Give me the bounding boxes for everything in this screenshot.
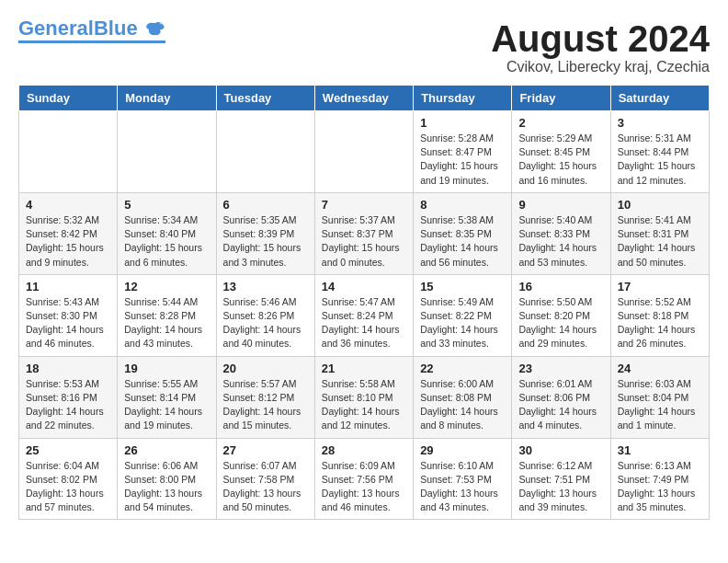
day-info: Sunrise: 5:35 AM Sunset: 8:39 PM Dayligh… [223, 213, 308, 270]
calendar-cell: 6Sunrise: 5:35 AM Sunset: 8:39 PM Daylig… [216, 192, 314, 274]
day-number: 22 [420, 362, 505, 375]
logo-general: General [18, 17, 94, 40]
day-header-tuesday: Tuesday [216, 86, 314, 111]
day-info: Sunrise: 5:43 AM Sunset: 8:30 PM Dayligh… [26, 295, 110, 351]
day-number: 1 [420, 116, 505, 130]
calendar-cell: 9Sunrise: 5:40 AM Sunset: 8:33 PM Daylig… [512, 192, 610, 274]
header-row: SundayMondayTuesdayWednesdayThursdayFrid… [19, 86, 710, 111]
week-row-4: 18Sunrise: 5:53 AM Sunset: 8:16 PM Dayli… [19, 356, 710, 438]
day-info: Sunrise: 5:50 AM Sunset: 8:20 PM Dayligh… [518, 295, 603, 351]
week-row-1: 1Sunrise: 5:28 AM Sunset: 8:47 PM Daylig… [19, 111, 710, 193]
calendar-cell: 10Sunrise: 5:41 AM Sunset: 8:31 PM Dayli… [610, 192, 709, 274]
day-info: Sunrise: 6:03 AM Sunset: 8:04 PM Dayligh… [618, 377, 702, 433]
day-header-thursday: Thursday [414, 86, 512, 111]
day-info: Sunrise: 6:13 AM Sunset: 7:49 PM Dayligh… [618, 459, 702, 515]
day-number: 13 [223, 280, 308, 293]
title-block: August 2024 Cvikov, Liberecky kraj, Czec… [491, 18, 710, 75]
calendar-cell [19, 111, 118, 193]
week-row-3: 11Sunrise: 5:43 AM Sunset: 8:30 PM Dayli… [19, 274, 710, 356]
calendar-cell: 30Sunrise: 6:12 AM Sunset: 7:51 PM Dayli… [512, 438, 610, 520]
day-number: 21 [322, 362, 406, 375]
day-info: Sunrise: 5:28 AM Sunset: 8:47 PM Dayligh… [420, 132, 505, 188]
calendar-cell: 13Sunrise: 5:46 AM Sunset: 8:26 PM Dayli… [216, 274, 314, 356]
calendar-cell: 19Sunrise: 5:55 AM Sunset: 8:14 PM Dayli… [118, 356, 216, 438]
day-number: 17 [618, 280, 702, 293]
calendar-cell: 27Sunrise: 6:07 AM Sunset: 7:58 PM Dayli… [216, 438, 314, 520]
day-number: 4 [26, 198, 110, 212]
day-number: 6 [223, 198, 308, 212]
day-number: 23 [518, 362, 603, 375]
calendar-cell: 5Sunrise: 5:34 AM Sunset: 8:40 PM Daylig… [118, 192, 216, 274]
logo-bird-icon [145, 21, 165, 38]
month-title: August 2024 [491, 18, 710, 59]
day-number: 11 [26, 280, 110, 293]
calendar-cell: 2Sunrise: 5:29 AM Sunset: 8:45 PM Daylig… [512, 111, 610, 193]
day-info: Sunrise: 6:07 AM Sunset: 7:58 PM Dayligh… [223, 459, 308, 515]
logo-underline [18, 40, 165, 43]
calendar-cell: 15Sunrise: 5:49 AM Sunset: 8:22 PM Dayli… [414, 274, 512, 356]
day-header-monday: Monday [118, 86, 216, 111]
calendar-cell: 22Sunrise: 6:00 AM Sunset: 8:08 PM Dayli… [414, 356, 512, 438]
day-info: Sunrise: 6:04 AM Sunset: 8:02 PM Dayligh… [26, 459, 110, 515]
page-header: GeneralBlue August 2024 Cvikov, Libereck… [18, 18, 710, 75]
calendar-cell: 4Sunrise: 5:32 AM Sunset: 8:42 PM Daylig… [19, 192, 118, 274]
calendar-cell: 7Sunrise: 5:37 AM Sunset: 8:37 PM Daylig… [314, 192, 413, 274]
logo: GeneralBlue [18, 18, 165, 43]
day-number: 12 [124, 280, 209, 293]
calendar-cell [314, 111, 413, 193]
calendar-cell: 26Sunrise: 6:06 AM Sunset: 8:00 PM Dayli… [118, 438, 216, 520]
calendar-cell: 18Sunrise: 5:53 AM Sunset: 8:16 PM Dayli… [19, 356, 118, 438]
day-number: 25 [26, 443, 110, 457]
day-info: Sunrise: 6:10 AM Sunset: 7:53 PM Dayligh… [420, 459, 505, 515]
day-info: Sunrise: 5:46 AM Sunset: 8:26 PM Dayligh… [223, 295, 308, 351]
day-info: Sunrise: 5:55 AM Sunset: 8:14 PM Dayligh… [124, 377, 209, 433]
day-number: 28 [322, 443, 406, 457]
day-number: 30 [518, 443, 603, 457]
calendar-cell [216, 111, 314, 193]
day-info: Sunrise: 6:01 AM Sunset: 8:06 PM Dayligh… [518, 377, 603, 433]
calendar-cell: 21Sunrise: 5:58 AM Sunset: 8:10 PM Dayli… [314, 356, 413, 438]
day-header-saturday: Saturday [610, 86, 709, 111]
calendar-table: SundayMondayTuesdayWednesdayThursdayFrid… [18, 85, 710, 520]
day-number: 14 [322, 280, 406, 293]
day-number: 27 [223, 443, 308, 457]
day-info: Sunrise: 5:37 AM Sunset: 8:37 PM Dayligh… [322, 213, 406, 270]
location: Cvikov, Liberecky kraj, Czechia [491, 59, 710, 75]
day-info: Sunrise: 5:29 AM Sunset: 8:45 PM Dayligh… [518, 132, 603, 188]
day-number: 15 [420, 280, 505, 293]
day-number: 9 [518, 198, 603, 212]
day-info: Sunrise: 5:34 AM Sunset: 8:40 PM Dayligh… [124, 213, 209, 270]
calendar-header: SundayMondayTuesdayWednesdayThursdayFrid… [19, 86, 710, 111]
day-number: 16 [518, 280, 603, 293]
day-number: 29 [420, 443, 505, 457]
day-number: 31 [618, 443, 702, 457]
day-number: 5 [124, 198, 209, 212]
calendar-cell: 28Sunrise: 6:09 AM Sunset: 7:56 PM Dayli… [314, 438, 413, 520]
calendar-cell: 25Sunrise: 6:04 AM Sunset: 8:02 PM Dayli… [19, 438, 118, 520]
day-info: Sunrise: 5:38 AM Sunset: 8:35 PM Dayligh… [420, 213, 505, 270]
calendar-cell: 12Sunrise: 5:44 AM Sunset: 8:28 PM Dayli… [118, 274, 216, 356]
day-info: Sunrise: 5:40 AM Sunset: 8:33 PM Dayligh… [518, 213, 603, 270]
calendar-cell: 8Sunrise: 5:38 AM Sunset: 8:35 PM Daylig… [414, 192, 512, 274]
day-info: Sunrise: 5:53 AM Sunset: 8:16 PM Dayligh… [26, 377, 110, 433]
calendar-cell: 16Sunrise: 5:50 AM Sunset: 8:20 PM Dayli… [512, 274, 610, 356]
calendar-cell: 20Sunrise: 5:57 AM Sunset: 8:12 PM Dayli… [216, 356, 314, 438]
day-info: Sunrise: 5:31 AM Sunset: 8:44 PM Dayligh… [618, 132, 702, 188]
day-info: Sunrise: 5:32 AM Sunset: 8:42 PM Dayligh… [26, 213, 110, 270]
day-info: Sunrise: 5:58 AM Sunset: 8:10 PM Dayligh… [322, 377, 406, 433]
calendar-cell [118, 111, 216, 193]
day-header-sunday: Sunday [19, 86, 118, 111]
calendar-body: 1Sunrise: 5:28 AM Sunset: 8:47 PM Daylig… [19, 111, 710, 520]
day-info: Sunrise: 5:49 AM Sunset: 8:22 PM Dayligh… [420, 295, 505, 351]
calendar-cell: 23Sunrise: 6:01 AM Sunset: 8:06 PM Dayli… [512, 356, 610, 438]
calendar-cell: 31Sunrise: 6:13 AM Sunset: 7:49 PM Dayli… [610, 438, 709, 520]
calendar-cell: 14Sunrise: 5:47 AM Sunset: 8:24 PM Dayli… [314, 274, 413, 356]
week-row-2: 4Sunrise: 5:32 AM Sunset: 8:42 PM Daylig… [19, 192, 710, 274]
day-number: 26 [124, 443, 209, 457]
calendar-cell: 3Sunrise: 5:31 AM Sunset: 8:44 PM Daylig… [610, 111, 709, 193]
calendar-cell: 1Sunrise: 5:28 AM Sunset: 8:47 PM Daylig… [414, 111, 512, 193]
day-number: 8 [420, 198, 505, 212]
day-info: Sunrise: 5:44 AM Sunset: 8:28 PM Dayligh… [124, 295, 209, 351]
day-info: Sunrise: 5:47 AM Sunset: 8:24 PM Dayligh… [322, 295, 406, 351]
day-number: 19 [124, 362, 209, 375]
